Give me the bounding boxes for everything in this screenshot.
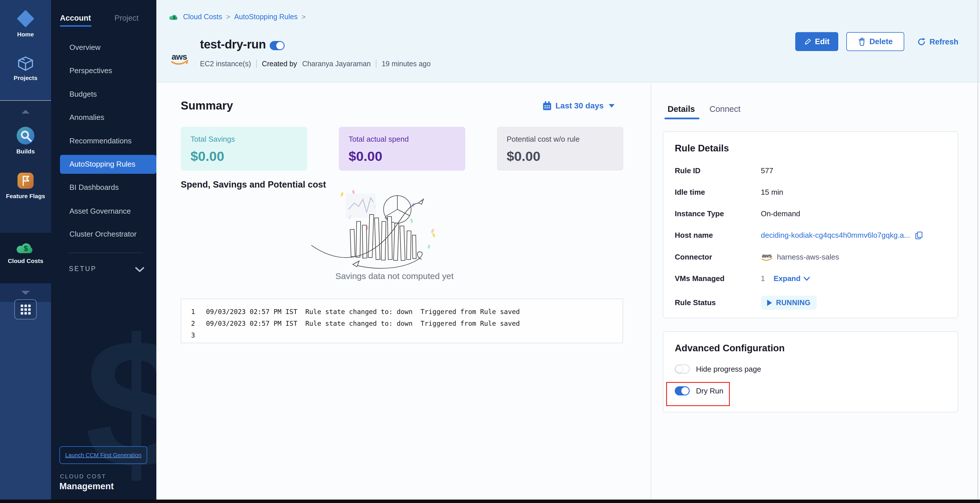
summary-heading: Summary [181,99,233,112]
vms-count: 1 [761,274,765,283]
row-value: 577 [761,166,773,175]
delete-button[interactable]: Delete [846,32,904,51]
row-value: On-demand [761,209,800,218]
svg-text:$: $ [173,15,175,19]
delete-button-label: Delete [869,37,892,46]
builds-icon [16,126,35,145]
log-line-number: 2 [191,318,199,330]
breadcrumb-cloud-costs[interactable]: Cloud Costs [183,13,222,21]
date-range-label: Last 30 days [555,101,604,110]
rail-mid-section: Builds Feature Flags [0,101,51,233]
status-badge: RUNNING [761,296,817,310]
sidebar-item-builds[interactable]: Builds [0,126,51,155]
dry-run-highlight-annotation [666,382,730,406]
caret-down-icon [609,104,614,108]
svg-text:$: $ [24,244,28,253]
sidebar-item-home[interactable]: Home [0,0,51,38]
scrollbar[interactable] [977,0,978,500]
copy-icon[interactable] [915,231,923,240]
nav-item-setup[interactable]: SETUP [69,265,97,273]
rule-enabled-toggle[interactable] [270,41,285,50]
idle-time-row: Idle time 15 min [675,188,946,197]
meta-divider [376,59,376,68]
cloud-costs-breadcrumb-icon: $ [169,13,179,21]
content-panel-divider [651,83,651,500]
vms-expand-link[interactable]: Expand [773,274,810,283]
tab-account[interactable]: Account [60,14,91,23]
sidebar-item-label: Cloud Costs [8,257,43,264]
sidebar-item-label: Home [17,31,34,38]
nav-item-budgets[interactable]: Budgets [69,90,97,98]
instance-kind: EC2 instance(s) [200,60,251,68]
harness-logo-icon [16,9,35,28]
card-label: Total Savings [191,135,298,144]
nav-item-asset-governance[interactable]: Asset Governance [69,207,131,216]
aws-connector-icon: aws [761,252,773,262]
nav-item-bi-dashboards[interactable]: BI Dashboards [69,183,119,192]
sidebar-item-cloud-costs[interactable]: $ Cloud Costs [0,233,51,283]
refresh-button[interactable]: Refresh [917,36,958,48]
sidebar-item-projects[interactable]: Projects [0,56,51,81]
toggle-knob [276,42,284,49]
row-label: Instance Type [675,209,761,218]
row-label: VMs Managed [675,274,761,283]
tab-details-underline [664,117,699,119]
sidebar-item-feature-flags[interactable]: Feature Flags [0,171,51,200]
row-label: Host name [675,231,761,240]
date-range-selector[interactable]: Last 30 days [542,101,614,111]
edit-button[interactable]: Edit [795,32,838,51]
host-name-link[interactable]: deciding-kodiak-cg4qcs4h0mmv6lo7gqkg.a..… [761,231,910,240]
module-picker-button[interactable] [14,299,37,319]
rule-id-row: Rule ID 577 [675,166,946,175]
row-label: Connector [675,253,761,262]
refresh-icon [917,37,926,46]
pencil-icon [804,38,811,45]
row-value: 15 min [761,188,783,197]
launch-ccm-first-gen-button[interactable]: Launch CCM First Generation [59,446,147,464]
app-root: Home Projects [0,0,980,503]
launch-ccm-label: Launch CCM First Generation [65,451,142,459]
created-by-label: Created by [262,60,297,68]
feature-flags-icon [16,171,35,190]
nav-item-perspectives[interactable]: Perspectives [69,66,112,75]
nav-item-recommendations[interactable]: Recommendations [69,136,132,145]
log-line: 1 09/03/2023 02:57 PM IST Rule state cha… [191,306,622,318]
empty-state-caption: Savings data not computed yet [181,271,608,281]
projects-cube-icon [17,56,34,72]
advanced-configuration-heading: Advanced Configuration [675,343,946,354]
instance-type-row: Instance Type On-demand [675,209,946,218]
rail-top-section: Home Projects [0,0,51,100]
card-label: Potential cost w/o rule [507,135,614,144]
tab-project[interactable]: Project [115,14,138,23]
status-text: RUNNING [776,298,810,307]
hide-progress-label: Hide progress page [696,365,761,374]
breadcrumb-separator: > [302,13,305,21]
sidebar-item-label: Feature Flags [6,193,45,200]
refresh-button-label: Refresh [929,38,958,46]
tab-account-underline [60,25,92,27]
empty-state-illustration [310,189,476,271]
toggle-knob [676,365,683,373]
tab-details[interactable]: Details [668,105,695,114]
rule-age: 19 minutes ago [382,60,431,68]
tab-connect[interactable]: Connect [710,105,740,114]
svg-text:aws: aws [172,52,187,61]
created-by-value: Charanya Jayaraman [302,60,371,68]
chevron-down-icon [21,291,30,295]
brand-cloud-cost: CLOUD COST [60,473,106,480]
rule-details-heading: Rule Details [675,143,946,154]
rule-meta: EC2 instance(s) Created by Charanya Jaya… [200,59,431,68]
hide-progress-toggle[interactable] [675,365,690,374]
nav-item-anomalies[interactable]: Anomalies [69,113,104,122]
rule-title: test-dry-run [200,38,266,51]
total-actual-spend-card: Total actual spend $0.00 [339,127,465,171]
card-value: $0.00 [348,148,456,164]
trash-icon [858,37,866,46]
breadcrumb-autostopping-rules[interactable]: AutoStopping Rules [234,13,298,21]
nav-item-overview[interactable]: Overview [69,43,100,52]
hide-progress-row: Hide progress page [675,365,946,374]
nav-item-cluster-orchestrator[interactable]: Cluster Orchestrator [69,230,137,239]
log-line: 2 09/03/2023 02:57 PM IST Rule state cha… [191,318,622,330]
rail-bottom-section: ? HELP DASHBOARDS ⚙ ACCOUNT [0,302,51,503]
rail-collapse-up[interactable] [0,101,51,114]
